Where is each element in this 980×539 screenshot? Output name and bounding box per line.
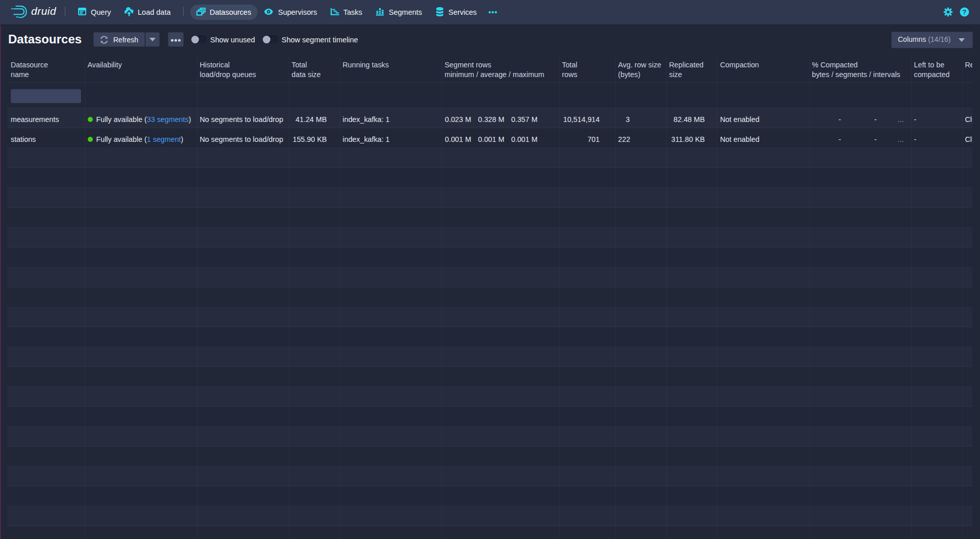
svg-text:?: ? <box>963 8 967 16</box>
